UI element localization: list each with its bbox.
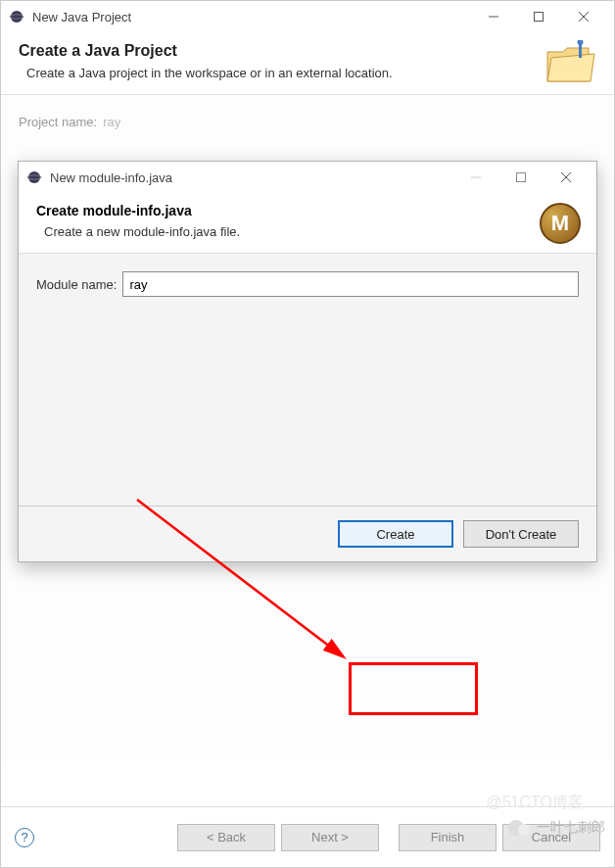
- modal-titlebar: New module-info.java: [19, 162, 596, 193]
- create-button[interactable]: Create: [338, 520, 453, 548]
- watermark-text: 一叶七刺郎: [537, 819, 605, 837]
- modal-banner-description: Create a new module-info.java file.: [36, 224, 579, 239]
- project-name-row: Project name: ray: [19, 115, 596, 129]
- watermark: 一叶七刺郎: [507, 817, 605, 839]
- modal-footer: Create Don't Create: [19, 506, 596, 561]
- module-name-label: Module name:: [36, 277, 117, 292]
- svg-point-17: [518, 824, 530, 836]
- modal-window-title: New module-info.java: [50, 170, 453, 185]
- module-name-input[interactable]: [122, 271, 579, 297]
- minimize-button[interactable]: [471, 2, 516, 31]
- modal-maximize-button[interactable]: [498, 163, 544, 192]
- modal-window-controls: [453, 163, 589, 192]
- modal-minimize-button[interactable]: [453, 163, 498, 192]
- next-button[interactable]: Next >: [281, 824, 379, 851]
- svg-point-7: [578, 40, 584, 45]
- modal-body: Module name:: [19, 254, 596, 506]
- close-button[interactable]: [561, 2, 606, 31]
- module-badge-icon: M: [540, 203, 581, 244]
- banner-description: Create a Java project in the workspace o…: [19, 66, 596, 80]
- parent-titlebar: New Java Project: [1, 1, 614, 32]
- svg-point-8: [28, 171, 40, 183]
- svg-rect-3: [535, 13, 544, 22]
- help-icon[interactable]: ?: [15, 828, 34, 847]
- parent-window-title: New Java Project: [32, 10, 471, 24]
- modal-banner-title: Create module-info.java: [36, 203, 579, 218]
- finish-button[interactable]: Finish: [399, 824, 497, 851]
- module-name-row: Module name:: [36, 271, 579, 297]
- dont-create-button[interactable]: Don't Create: [463, 520, 579, 548]
- svg-rect-11: [517, 173, 526, 182]
- modal-banner: Create module-info.java Create a new mod…: [19, 193, 596, 254]
- project-name-label: Project name:: [19, 115, 97, 129]
- wechat-icon: [507, 817, 533, 839]
- eclipse-icon: [9, 9, 24, 24]
- window-controls: [471, 2, 606, 31]
- new-module-info-dialog: New module-info.java Create module-info.…: [18, 161, 597, 562]
- watermark-ghost-text: @51CTO博客: [486, 793, 584, 813]
- back-button[interactable]: < Back: [177, 824, 275, 851]
- project-name-value: ray: [103, 115, 120, 129]
- banner-title: Create a Java Project: [19, 42, 596, 60]
- svg-point-0: [11, 11, 23, 23]
- modal-close-button[interactable]: [544, 163, 589, 192]
- folder-icon: [544, 40, 602, 89]
- eclipse-icon: [26, 169, 42, 185]
- parent-banner: Create a Java Project Create a Java proj…: [1, 32, 614, 95]
- maximize-button[interactable]: [516, 2, 561, 31]
